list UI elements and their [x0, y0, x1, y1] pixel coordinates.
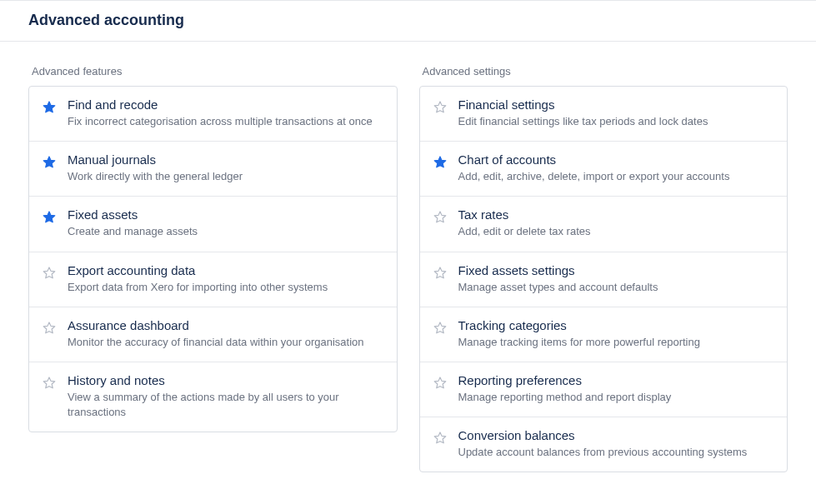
item-title: Financial settings: [458, 97, 776, 112]
item-desc: Manage tracking items for more powerful …: [458, 335, 776, 350]
item-desc: Export data from Xero for importing into…: [68, 280, 385, 295]
item-title: Export accounting data: [68, 263, 385, 277]
column-features: Advanced features Find and recodeFix inc…: [28, 65, 398, 472]
item-body: Financial settingsEdit financial setting…: [458, 97, 776, 129]
item-body: History and notesView a summary of the a…: [68, 373, 385, 420]
item-title: Tracking categories: [458, 318, 776, 332]
item-desc: Monitor the accuracy of financial data w…: [68, 335, 385, 350]
star-outline-icon[interactable]: [41, 265, 58, 282]
item-body: Tax ratesAdd, edit or delete tax rates: [458, 207, 776, 239]
list-item-reporting-preferences[interactable]: Reporting preferencesManage reporting me…: [420, 362, 788, 417]
item-body: Reporting preferencesManage reporting me…: [458, 373, 776, 405]
item-body: Export accounting dataExport data from X…: [68, 263, 385, 295]
item-desc: Update account balances from previous ac…: [458, 445, 776, 460]
list-item-financial-settings[interactable]: Financial settingsEdit financial setting…: [420, 87, 788, 142]
item-title: Reporting preferences: [458, 373, 776, 387]
features-card: Find and recodeFix incorrect categorisat…: [28, 86, 398, 432]
item-desc: Create and manage assets: [68, 224, 385, 239]
star-outline-icon[interactable]: [432, 375, 448, 392]
item-body: Fixed assets settingsManage asset types …: [458, 263, 776, 295]
item-desc: Fix incorrect categorisation across mult…: [68, 114, 385, 129]
page-header: Advanced accounting: [0, 0, 816, 42]
star-outline-icon[interactable]: [41, 320, 58, 337]
item-body: Chart of accountsAdd, edit, archive, del…: [458, 152, 776, 184]
content: Advanced features Find and recodeFix inc…: [0, 42, 816, 489]
item-desc: Manage asset types and account defaults: [458, 280, 776, 295]
item-desc: Add, edit or delete tax rates: [458, 224, 776, 239]
list-item-chart-of-accounts[interactable]: Chart of accountsAdd, edit, archive, del…: [420, 142, 788, 197]
item-body: Conversion balancesUpdate account balanc…: [458, 428, 776, 460]
settings-card: Financial settingsEdit financial setting…: [419, 86, 788, 472]
star-outline-icon[interactable]: [432, 320, 448, 337]
star-outline-icon[interactable]: [432, 209, 448, 226]
item-title: Tax rates: [458, 207, 776, 222]
list-item-history-and-notes[interactable]: History and notesView a summary of the a…: [29, 362, 397, 432]
star-filled-icon[interactable]: [41, 209, 58, 226]
list-item-fixed-assets[interactable]: Fixed assetsCreate and manage assets: [29, 197, 397, 252]
item-title: Assurance dashboard: [68, 318, 385, 332]
item-title: Fixed assets settings: [458, 263, 776, 277]
item-body: Tracking categoriesManage tracking items…: [458, 318, 776, 350]
star-outline-icon[interactable]: [432, 99, 448, 116]
star-outline-icon[interactable]: [41, 375, 58, 392]
page-title: Advanced accounting: [28, 12, 788, 29]
list-item-tracking-categories[interactable]: Tracking categoriesManage tracking items…: [420, 307, 788, 362]
list-item-export-accounting-data[interactable]: Export accounting dataExport data from X…: [29, 252, 397, 307]
item-desc: Add, edit, archive, delete, import or ex…: [458, 169, 776, 184]
star-filled-icon[interactable]: [41, 154, 58, 171]
star-filled-icon[interactable]: [41, 99, 58, 116]
section-label-features: Advanced features: [28, 65, 398, 77]
list-item-conversion-balances[interactable]: Conversion balancesUpdate account balanc…: [420, 417, 788, 472]
star-outline-icon[interactable]: [432, 430, 448, 447]
item-desc: Work directly with the general ledger: [68, 169, 385, 184]
item-desc: Edit financial settings like tax periods…: [458, 114, 776, 129]
column-settings: Advanced settings Financial settingsEdit…: [419, 65, 788, 472]
item-desc: View a summary of the actions made by al…: [68, 390, 385, 420]
section-label-settings: Advanced settings: [419, 65, 788, 77]
list-item-assurance-dashboard[interactable]: Assurance dashboardMonitor the accuracy …: [29, 307, 397, 362]
star-outline-icon[interactable]: [432, 265, 448, 282]
item-title: Fixed assets: [68, 207, 385, 222]
star-filled-icon[interactable]: [432, 154, 448, 171]
item-body: Fixed assetsCreate and manage assets: [68, 207, 385, 239]
item-body: Manual journalsWork directly with the ge…: [68, 152, 385, 184]
item-title: Manual journals: [68, 152, 385, 167]
item-title: Find and recode: [68, 97, 385, 112]
list-item-tax-rates[interactable]: Tax ratesAdd, edit or delete tax rates: [420, 197, 788, 252]
list-item-find-and-recode[interactable]: Find and recodeFix incorrect categorisat…: [29, 87, 397, 142]
item-title: History and notes: [68, 373, 385, 387]
item-body: Find and recodeFix incorrect categorisat…: [68, 97, 385, 129]
item-title: Conversion balances: [458, 428, 776, 442]
item-title: Chart of accounts: [458, 152, 776, 167]
list-item-manual-journals[interactable]: Manual journalsWork directly with the ge…: [29, 142, 397, 197]
list-item-fixed-assets-settings[interactable]: Fixed assets settingsManage asset types …: [420, 252, 788, 307]
item-desc: Manage reporting method and report displ…: [458, 390, 776, 405]
item-body: Assurance dashboardMonitor the accuracy …: [68, 318, 385, 350]
